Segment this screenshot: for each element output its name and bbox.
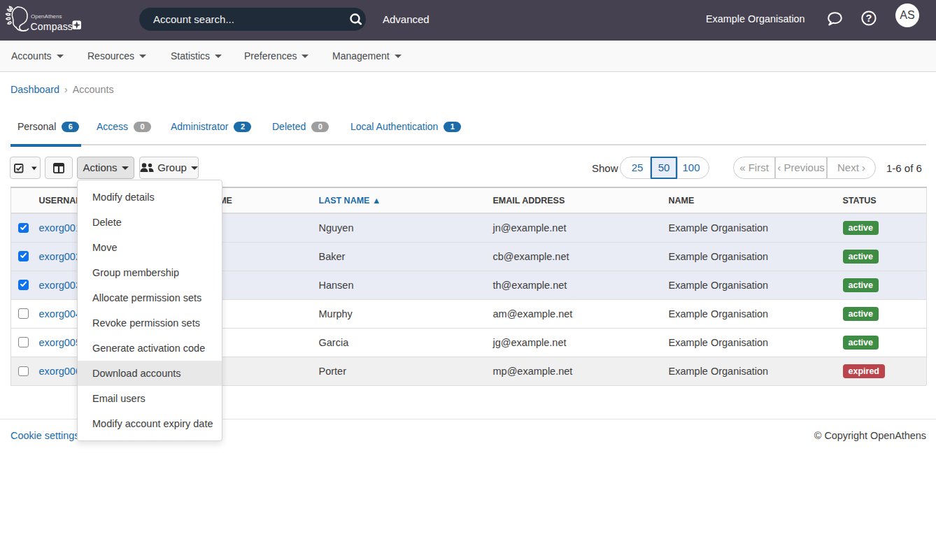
svg-text:OpenAthens: OpenAthens <box>31 13 62 20</box>
svg-text:Compass: Compass <box>31 21 73 32</box>
svg-text:?: ? <box>866 13 872 24</box>
